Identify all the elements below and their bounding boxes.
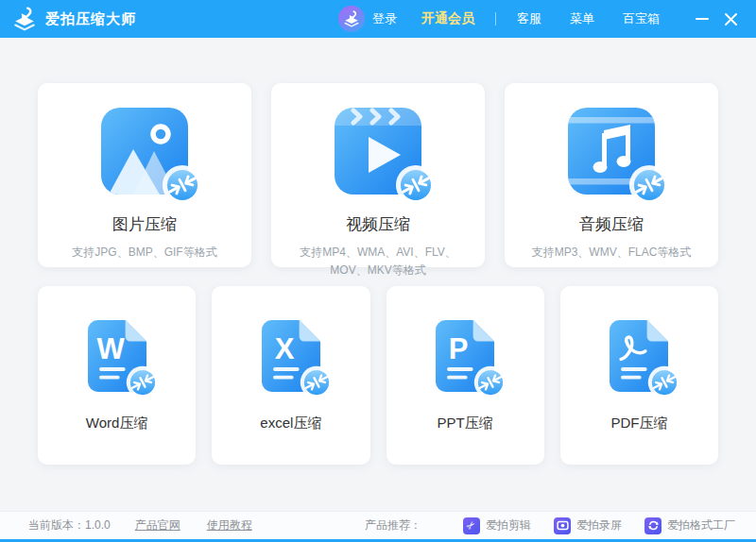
titlebar[interactable]: 爱拍压缩大师 登录 开通会员 客服 菜单 百宝箱 (0, 0, 756, 38)
user-avatar[interactable] (338, 6, 365, 32)
nav-item-support[interactable]: 客服 (517, 10, 541, 27)
card-video-compress[interactable]: 视频压缩 支持MP4、WMA、AVI、FLV、MOV、MKV等格式 (271, 83, 485, 267)
card-image-compress[interactable]: 图片压缩 支持JPG、BMP、GIF等格式 (38, 83, 251, 267)
compress-badge-icon (300, 365, 334, 399)
compress-badge-icon (473, 365, 507, 399)
vip-button[interactable]: 开通会员 (421, 10, 474, 27)
minimize-icon (696, 18, 709, 20)
card-ppt-compress[interactable]: P PPT压缩 (387, 286, 544, 465)
card-title: 图片压缩 (112, 213, 177, 235)
product-label: 爱拍录屏 (576, 517, 622, 534)
card-title: Word压缩 (86, 415, 148, 432)
product-aipai-clip[interactable]: ✂ 爱拍剪辑 (463, 517, 531, 534)
card-pdf-compress[interactable]: PDF压缩 (560, 286, 718, 465)
link-tutorial[interactable]: 使用教程 (207, 517, 252, 534)
link-official-site[interactable]: 产品官网 (135, 517, 180, 534)
minimize-button[interactable] (688, 5, 716, 33)
card-subtitle: 支持JPG、BMP、GIF等格式 (55, 244, 233, 262)
nav-item-toolbox[interactable]: 百宝箱 (623, 10, 660, 27)
nav-item-menu[interactable]: 菜单 (570, 10, 594, 27)
avatar-logo-icon (343, 10, 360, 27)
login-button[interactable]: 登录 (372, 10, 397, 27)
card-title: PPT压缩 (438, 415, 493, 432)
doc-letter: P (449, 332, 469, 365)
close-icon (724, 12, 738, 26)
card-title: excel压缩 (260, 415, 321, 432)
doc-letter: X (275, 332, 295, 365)
card-title: 音频压缩 (579, 213, 644, 235)
compress-badge-icon (628, 164, 670, 206)
app-logo-icon (11, 6, 38, 32)
card-title: PDF压缩 (610, 415, 667, 432)
card-subtitle: 支持MP4、WMA、AVI、FLV、MOV、MKV等格式 (271, 244, 485, 279)
format-factory-icon (644, 517, 662, 534)
card-subtitle: 支持MP3、WMV、FLAC等格式 (515, 244, 709, 262)
card-audio-compress[interactable]: 音频压缩 支持MP3、WMV、FLAC等格式 (505, 83, 718, 267)
card-title: 视频压缩 (346, 213, 410, 235)
main-content: 图片压缩 支持JPG、BMP、GIF等格式 (0, 38, 756, 511)
scissors-icon: ✂ (463, 517, 480, 534)
app-title: 爱拍压缩大师 (45, 10, 136, 28)
close-button[interactable] (716, 5, 745, 33)
compress-badge-icon (395, 164, 437, 206)
product-aipai-format-factory[interactable]: 爱拍格式工厂 (644, 517, 735, 534)
compress-badge-icon (126, 365, 160, 399)
product-aipai-recorder[interactable]: 爱拍录屏 (554, 517, 622, 534)
titlebar-separator (495, 12, 496, 25)
recommend-label: 产品推荐： (365, 517, 421, 534)
product-label: 爱拍剪辑 (486, 517, 531, 534)
product-label: 爱拍格式工厂 (667, 517, 735, 534)
footer-bar: 当前版本：1.0.0 产品官网 使用教程 产品推荐： ✂ 爱拍剪辑 爱拍录屏 (0, 511, 756, 539)
screen-record-icon (554, 517, 571, 534)
compress-badge-icon (162, 164, 203, 206)
version-text: 当前版本：1.0.0 (28, 517, 111, 534)
compress-badge-icon (647, 365, 681, 399)
doc-letter: W (96, 332, 125, 365)
card-word-compress[interactable]: W Word压缩 (38, 286, 196, 465)
card-excel-compress[interactable]: X excel压缩 (212, 286, 369, 465)
